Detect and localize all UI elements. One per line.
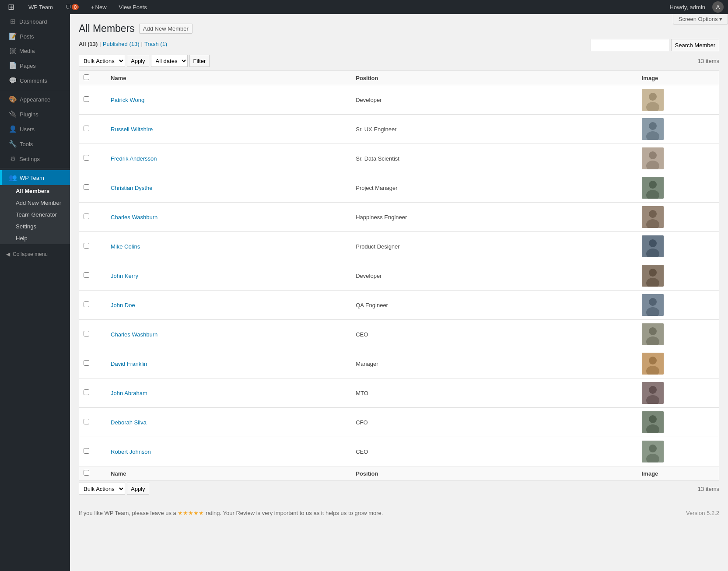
member-name-link[interactable]: John Kerry: [111, 273, 138, 279]
row-image-cell: [637, 349, 719, 378]
header-image: Image: [637, 71, 719, 85]
member-name-link[interactable]: Mike Colins: [111, 243, 140, 250]
row-checkbox[interactable]: [84, 448, 89, 454]
search-area: Search Member: [591, 39, 719, 51]
svg-point-19: [649, 269, 657, 277]
add-new-member-button[interactable]: Add New Member: [139, 24, 192, 34]
submenu-item-help[interactable]: Help: [0, 232, 70, 244]
row-checkbox[interactable]: [84, 155, 89, 161]
row-checkbox[interactable]: [84, 389, 89, 395]
search-member-button[interactable]: Search Member: [671, 39, 719, 51]
dates-filter-select[interactable]: All dates: [151, 55, 188, 67]
submenu-item-team-generator[interactable]: Team Generator: [0, 209, 70, 221]
row-position-cell: CEO: [351, 437, 637, 466]
adminbar-view-posts[interactable]: View Posts: [116, 0, 150, 14]
member-name-link[interactable]: Charles Washburn: [111, 331, 158, 338]
sidebar-item-plugins[interactable]: 🔌 Plugins: [0, 107, 70, 122]
bulk-actions-select-bottom[interactable]: Bulk ActionsDelete: [79, 483, 125, 495]
adminbar-site-name[interactable]: WP Team: [25, 0, 56, 14]
header-checkbox-cell: [79, 71, 107, 85]
table-row: Russell Wiltshire Sr. UX Engineer: [79, 115, 719, 144]
member-avatar: [642, 118, 664, 140]
submenu-item-add-new-member[interactable]: Add New Member: [0, 197, 70, 209]
sidebar-item-posts[interactable]: 📝 Posts: [0, 29, 70, 44]
search-input[interactable]: [591, 39, 669, 51]
apply-button-bottom[interactable]: Apply: [127, 483, 149, 495]
bulk-actions-select[interactable]: Bulk ActionsDelete: [79, 55, 125, 67]
row-checkbox[interactable]: [84, 243, 89, 249]
member-name-link[interactable]: John Abraham: [111, 390, 147, 396]
row-position-cell: Manager: [351, 349, 637, 378]
member-name-link[interactable]: John Doe: [111, 302, 135, 308]
filter-button-top[interactable]: Filter: [189, 55, 210, 67]
svg-point-1: [649, 93, 657, 101]
member-name-link[interactable]: Patrick Wong: [111, 97, 144, 103]
row-checkbox[interactable]: [84, 126, 89, 131]
member-name-link[interactable]: Deborah Silva: [111, 419, 147, 426]
footer-image: Image: [637, 466, 719, 481]
header-position: Position: [351, 71, 637, 85]
table-row: Mike Colins Product Designer: [79, 232, 719, 261]
collapse-icon: ◀: [6, 251, 10, 257]
sidebar-item-dashboard[interactable]: ⊞ Dashboard: [0, 14, 70, 29]
plugins-icon: 🔌: [9, 110, 17, 118]
filter-bar: All (13) | Published (13) | Trash (1): [79, 41, 167, 47]
footer-checkbox-cell: [79, 466, 107, 481]
row-name-cell: John Abraham: [106, 378, 351, 408]
row-checkbox[interactable]: [84, 360, 89, 366]
row-checkbox-cell: [79, 378, 107, 408]
svg-point-31: [649, 386, 657, 394]
footer-stars: ★★★★★: [178, 510, 204, 516]
filter-all[interactable]: All (13): [79, 41, 98, 47]
apply-button-top[interactable]: Apply: [127, 55, 149, 67]
member-name-link[interactable]: Robert Johnson: [111, 448, 151, 455]
appearance-icon: 🎨: [9, 95, 17, 103]
member-name-link[interactable]: David Franklin: [111, 361, 147, 367]
wp-logo[interactable]: ⊞: [4, 0, 18, 14]
sidebar-divider-1: [0, 90, 70, 90]
filter-trash[interactable]: Trash (1): [144, 41, 167, 47]
row-checkbox[interactable]: [84, 214, 89, 219]
row-checkbox[interactable]: [84, 184, 89, 190]
row-checkbox-cell: [79, 437, 107, 466]
select-all-checkbox[interactable]: [84, 74, 89, 80]
filter-published[interactable]: Published (13): [103, 41, 140, 47]
footer-name[interactable]: Name: [106, 466, 351, 481]
top-toolbar: Bulk ActionsDelete Apply All dates Filte…: [79, 55, 719, 67]
member-name-link[interactable]: Russell Wiltshire: [111, 126, 153, 133]
items-count-bottom: 13 items: [698, 486, 719, 492]
adminbar-new[interactable]: + New: [88, 0, 110, 14]
screen-options-button[interactable]: Screen Options ▾: [673, 14, 728, 25]
bottom-toolbar-left: Bulk ActionsDelete Apply: [79, 483, 149, 495]
sidebar-item-appearance[interactable]: 🎨 Appearance: [0, 92, 70, 107]
collapse-menu[interactable]: ◀ Collapse menu: [0, 248, 70, 261]
member-name-link[interactable]: Christian Dysthe: [111, 185, 152, 191]
row-checkbox[interactable]: [84, 301, 89, 307]
sidebar-item-media[interactable]: 🖼 Media: [0, 44, 70, 58]
table-row: Robert Johnson CEO: [79, 437, 719, 466]
row-checkbox[interactable]: [84, 419, 89, 424]
sidebar-item-tools[interactable]: 🔧 Tools: [0, 137, 70, 151]
wp-team-icon: 👥: [9, 174, 17, 182]
submenu-item-settings[interactable]: Settings: [0, 221, 70, 232]
row-checkbox[interactable]: [84, 96, 89, 102]
sidebar-item-users[interactable]: 👤 Users: [0, 122, 70, 137]
member-avatar: [642, 89, 664, 111]
adminbar-comments[interactable]: 🗨 0: [62, 0, 82, 14]
submenu-item-all-members[interactable]: All Members: [0, 185, 70, 197]
row-checkbox[interactable]: [84, 272, 89, 278]
table-row: Christian Dysthe Project Manager: [79, 173, 719, 203]
sidebar-item-comments[interactable]: 💬 Comments: [0, 73, 70, 88]
sidebar-item-wp-team[interactable]: 👥 WP Team: [0, 170, 70, 185]
select-all-checkbox-bottom[interactable]: [84, 470, 89, 476]
sidebar-item-pages[interactable]: 📄 Pages: [0, 58, 70, 73]
member-name-link[interactable]: Fredrik Andersson: [111, 155, 157, 162]
row-name-cell: Christian Dysthe: [106, 173, 351, 203]
sidebar-item-settings[interactable]: ⚙ Settings: [0, 151, 70, 166]
plus-icon: +: [91, 4, 94, 11]
row-checkbox[interactable]: [84, 331, 89, 336]
member-name-link[interactable]: Charles Washburn: [111, 214, 158, 221]
row-image-cell: [637, 320, 719, 349]
header-name[interactable]: Name: [106, 71, 351, 85]
row-position-cell: Developer: [351, 85, 637, 115]
